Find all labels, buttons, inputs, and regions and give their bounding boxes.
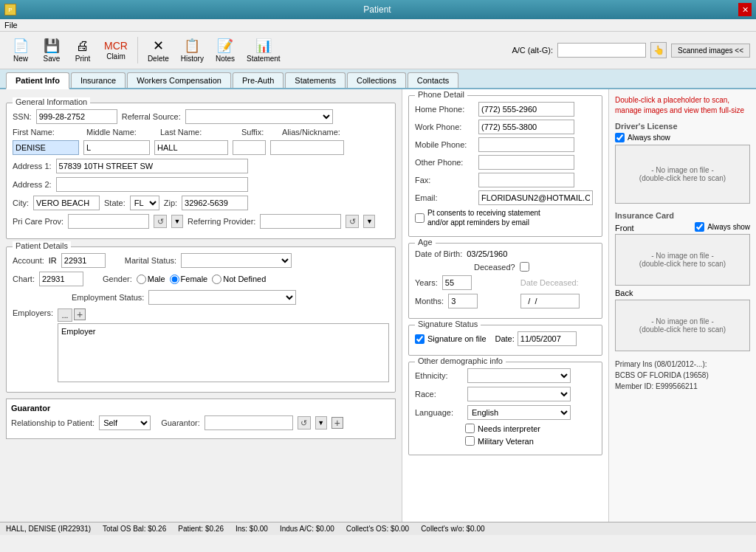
consent-checkbox[interactable] — [415, 213, 425, 223]
fingerprint-button[interactable]: 👆 — [650, 42, 667, 58]
date-deceased-input[interactable] — [520, 294, 580, 308]
other-phone-input[interactable] — [478, 155, 574, 170]
first-name-input[interactable] — [13, 140, 79, 155]
home-phone-row: Home Phone: — [415, 102, 596, 117]
sig-date-input[interactable] — [518, 331, 577, 346]
language-select[interactable]: English — [467, 405, 571, 420]
scan-images-button[interactable]: Scanned images << — [671, 44, 750, 58]
guarantor-dropdown-btn[interactable]: ▼ — [315, 416, 327, 429]
gender-notdefined-label[interactable]: Not Defined — [212, 275, 266, 284]
employer-entry: Employer — [61, 327, 95, 336]
history-icon: 📋 — [184, 38, 200, 54]
relationship-select[interactable]: Self — [99, 415, 151, 430]
dob-row: Date of Birth: 03/25/1960 — [415, 249, 596, 258]
guarantor-refresh-btn[interactable]: ↺ — [298, 416, 311, 429]
pri-care-input[interactable] — [68, 214, 149, 229]
chart-input[interactable] — [39, 272, 83, 286]
suffix-input[interactable] — [233, 140, 266, 155]
tab-collections[interactable]: Collections — [347, 72, 406, 88]
tab-contacts[interactable]: Contacts — [408, 72, 458, 88]
referring-input[interactable] — [260, 214, 341, 229]
patient-details-title: Patient Details — [13, 241, 71, 250]
insurance-card-always-show-checkbox[interactable] — [695, 222, 704, 232]
tab-patient-info[interactable]: Patient Info — [6, 72, 69, 89]
tab-workers-compensation[interactable]: Workers Compensation — [127, 72, 231, 88]
state-select[interactable]: FL — [130, 196, 159, 210]
signature-checkbox[interactable] — [415, 334, 425, 344]
alias-input[interactable] — [270, 140, 344, 155]
middle-name-input[interactable] — [83, 140, 150, 155]
language-label: Language: — [415, 408, 463, 417]
referring-label: Referring Provider: — [188, 217, 255, 226]
city-input[interactable] — [33, 196, 100, 210]
zip-input[interactable] — [182, 196, 248, 210]
history-button[interactable]: 📋 History — [176, 35, 209, 66]
pri-care-refresh-btn[interactable]: ↺ — [154, 215, 167, 228]
account-input[interactable] — [61, 253, 106, 268]
gender-male-label[interactable]: Male — [137, 275, 165, 284]
address1-input[interactable] — [56, 159, 248, 173]
file-menu[interactable]: File — [4, 21, 18, 30]
save-button[interactable]: 💾 Save — [37, 35, 66, 66]
pri-care-dropdown-btn[interactable]: ▼ — [171, 215, 183, 228]
employer-ellipsis-btn[interactable]: ... — [58, 308, 72, 322]
age-title: Age — [415, 238, 436, 246]
home-phone-input[interactable] — [478, 102, 574, 117]
print-icon: 🖨 — [76, 38, 89, 54]
drivers-license-always-show-checkbox[interactable] — [615, 133, 625, 142]
left-panel: General Information SSN: Referral Source… — [0, 89, 402, 522]
months-input[interactable] — [448, 294, 478, 308]
work-phone-input[interactable] — [478, 120, 574, 134]
guarantor-input[interactable] — [205, 415, 293, 430]
new-button[interactable]: 📄 New — [6, 35, 35, 66]
tab-statements[interactable]: Statements — [285, 72, 346, 88]
race-select[interactable] — [467, 387, 571, 401]
close-button[interactable]: ✕ — [738, 3, 752, 16]
address2-input[interactable] — [56, 177, 248, 192]
mobile-phone-input[interactable] — [478, 137, 574, 152]
employers-list[interactable]: Employer — [58, 323, 389, 382]
guarantor-add-btn[interactable]: + — [331, 417, 343, 429]
insurance-card-front-image[interactable]: - No image on file -(double-click here t… — [615, 234, 750, 286]
claim-button[interactable]: MCR Claim — [99, 37, 133, 63]
ac-input[interactable] — [557, 43, 646, 58]
tab-pre-auth[interactable]: Pre-Auth — [233, 72, 284, 88]
ssn-input[interactable] — [36, 109, 117, 124]
tab-insurance[interactable]: Insurance — [71, 72, 126, 88]
needs-interpreter-checkbox[interactable] — [465, 424, 475, 433]
gender-male-radio[interactable] — [137, 275, 146, 284]
years-input[interactable] — [442, 275, 472, 290]
last-name-input[interactable] — [154, 140, 228, 155]
primary-ins-info: Primary Ins (08/01/2012-...): BCBS OF FL… — [615, 359, 750, 392]
print-button[interactable]: 🖨 Print — [68, 35, 97, 66]
insurance-card-header: Front Always show — [615, 222, 750, 234]
drivers-license-image[interactable]: - No image on file -(double-click here t… — [615, 145, 750, 204]
gender-female-label[interactable]: Female — [170, 275, 208, 284]
marital-label: Marital Status: — [125, 256, 176, 265]
home-phone-label: Home Phone: — [415, 105, 474, 114]
ethnicity-select[interactable] — [467, 368, 571, 383]
gender-notdefined-radio[interactable] — [212, 275, 221, 284]
account-prefix: IR — [49, 256, 57, 265]
status-collects-os: Collect's OS: $0.00 — [346, 525, 409, 533]
employment-row: Employment Status: — [13, 290, 389, 305]
years-label: Years: — [415, 278, 438, 287]
employer-add-btn[interactable]: + — [74, 308, 86, 320]
notes-button[interactable]: 📝 Notes — [210, 35, 240, 66]
statement-button[interactable]: 📊 Statement — [241, 35, 286, 66]
referral-select[interactable] — [185, 109, 333, 124]
email-input[interactable] — [478, 190, 593, 205]
insurance-card-back-image[interactable]: - No image on file -(double-click here t… — [615, 300, 750, 351]
referring-dropdown-btn[interactable]: ▼ — [363, 215, 375, 228]
fax-input[interactable] — [478, 173, 574, 187]
delete-button[interactable]: ✕ Delete — [142, 35, 174, 66]
deceased-checkbox[interactable] — [520, 262, 529, 272]
insurance-card-front-label: Front — [615, 224, 634, 232]
referring-refresh-btn[interactable]: ↺ — [346, 215, 359, 228]
gender-female-radio[interactable] — [170, 275, 179, 284]
military-veteran-checkbox[interactable] — [465, 436, 475, 446]
consent-row: Pt consents to receiving statement and/o… — [415, 208, 596, 227]
employment-select[interactable] — [148, 290, 296, 305]
marital-select[interactable] — [181, 253, 292, 268]
insurance-card-title: Insurance Card — [615, 211, 750, 220]
